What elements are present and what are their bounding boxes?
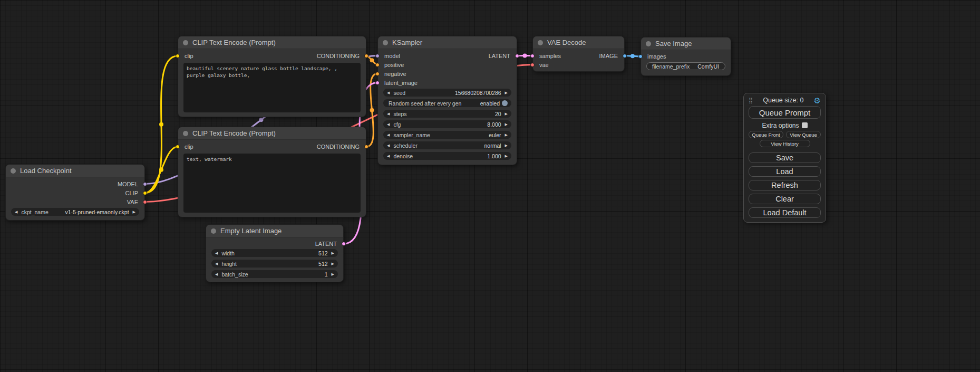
port-model-input[interactable] [375,54,380,58]
widget-value: 8.000 [487,121,501,128]
arrow-right-icon[interactable]: ▶ [505,144,508,147]
node-title-bar[interactable]: KSampler [378,36,517,49]
port-clip-input[interactable] [176,54,180,58]
port-samples-input[interactable] [530,54,535,58]
node-clip-text-encode-positive[interactable]: CLIP Text Encode (Prompt) clip CONDITION… [178,36,366,117]
node-ksampler[interactable]: KSampler model LATENT positive negative … [377,36,517,165]
arrow-left-icon[interactable]: ◀ [387,112,390,116]
arrow-left-icon[interactable]: ◀ [387,144,390,147]
arrow-right-icon[interactable]: ▶ [505,112,508,116]
node-clip-text-encode-negative[interactable]: CLIP Text Encode (Prompt) clip CONDITION… [178,127,366,217]
arrow-right-icon[interactable]: ▶ [505,122,508,126]
arrow-left-icon[interactable]: ◀ [387,154,390,158]
collapse-dot-icon[interactable] [211,228,216,234]
extra-options-checkbox[interactable] [802,122,808,128]
arrow-right-icon[interactable]: ▶ [505,91,508,94]
widget-width[interactable]: ◀ width 512 ▶ [211,249,338,257]
toggle-knob[interactable] [502,100,508,106]
widget-cfg[interactable]: ◀ cfg 8.000 ▶ [383,120,511,128]
load-default-button[interactable]: Load Default [749,207,821,218]
node-save-image[interactable]: Save Image images filename_prefix ComfyU… [641,37,731,76]
widget-sampler-name[interactable]: ◀ sampler_name euler ▶ [383,131,511,139]
port-images-input[interactable] [638,54,643,59]
widget-scheduler[interactable]: ◀ scheduler normal ▶ [383,141,511,149]
queue-buttons-row: Queue Front View Queue [749,131,821,138]
arrow-right-icon[interactable]: ▶ [505,133,508,137]
node-title: KSampler [392,39,422,46]
port-latent-output[interactable] [342,242,346,246]
node-title-bar[interactable]: CLIP Text Encode (Prompt) [178,36,366,49]
collapse-dot-icon[interactable] [538,40,543,45]
widget-filename-prefix[interactable]: filename_prefix ComfyUI [646,62,725,70]
port-conditioning-output[interactable] [364,54,368,58]
refresh-button[interactable]: Refresh [749,180,821,190]
port-model-output[interactable] [143,182,147,186]
arrow-right-icon[interactable]: ▶ [133,210,135,214]
port-latent-output[interactable] [515,54,519,58]
node-title-bar[interactable]: VAE Decode [533,36,624,49]
view-history-button[interactable]: View History [760,140,810,147]
widget-ckpt-name[interactable]: ◀ ckpt_name v1-5-pruned-emaonly.ckpt ▶ [11,208,139,216]
arrow-left-icon[interactable]: ◀ [387,133,390,137]
widget-label: width [221,250,235,256]
widget-steps[interactable]: ◀ steps 20 ▶ [383,110,511,118]
port-positive-input[interactable] [375,63,380,67]
node-title-bar[interactable]: CLIP Text Encode (Prompt) [178,127,366,140]
widget-label: batch_size [221,271,248,278]
arrow-left-icon[interactable]: ◀ [215,272,218,276]
port-label: LATENT [489,53,510,59]
load-button[interactable]: Load [749,166,821,177]
node-title: CLIP Text Encode (Prompt) [192,129,276,137]
widget-seed[interactable]: ◀ seed 156680208700286 ▶ [383,89,511,97]
widget-batch-size[interactable]: ◀ batch_size 1 ▶ [211,270,338,278]
arrow-right-icon[interactable]: ▶ [332,262,334,265]
collapse-dot-icon[interactable] [11,168,16,174]
node-title-bar[interactable]: Empty Latent Image [206,225,343,237]
widget-height[interactable]: ◀ height 512 ▶ [211,260,338,268]
clear-button[interactable]: Clear [749,194,821,204]
collapse-dot-icon[interactable] [646,41,651,46]
node-title-bar[interactable]: Load Checkpoint [6,165,144,177]
arrow-left-icon[interactable]: ◀ [15,210,17,214]
node-vae-decode[interactable]: VAE Decode samples IMAGE vae [532,36,625,72]
node-empty-latent-image[interactable]: Empty Latent Image LATENT ◀ width 512 ▶ … [206,224,344,282]
port-clip-output[interactable] [143,191,147,195]
view-queue-button[interactable]: View Queue [786,131,821,138]
wire-midpoint-dot [159,168,163,172]
arrow-right-icon[interactable]: ▶ [332,272,334,276]
collapse-dot-icon[interactable] [183,40,188,45]
collapse-dot-icon[interactable] [383,40,388,45]
prompt-text-input[interactable]: text, watermark [183,154,361,213]
output-row: LATENT [206,240,343,248]
drag-handle-icon[interactable]: ⣿ [749,97,753,104]
node-load-checkpoint[interactable]: Load Checkpoint MODEL CLIP VAE ◀ ckpt_na… [5,164,145,221]
settings-gear-icon[interactable]: ⚙ [814,97,821,104]
arrow-right-icon[interactable]: ▶ [332,251,334,255]
port-vae-input[interactable] [530,63,535,67]
port-latent-image-input[interactable] [375,81,380,85]
prompt-text-input[interactable]: beautiful scenery nature glass bottle la… [183,63,361,112]
queue-prompt-button[interactable]: Queue Prompt [749,106,821,119]
node-title-bar[interactable]: Save Image [641,37,731,50]
output-row: MODEL [6,179,144,188]
queue-front-button[interactable]: Queue Front [749,131,783,138]
arrow-left-icon[interactable]: ◀ [387,122,390,126]
node-graph-canvas[interactable]: Load Checkpoint MODEL CLIP VAE ◀ ckpt_na… [0,0,980,372]
widget-value: 512 [318,261,328,267]
wire-midpoint-dot [159,122,163,127]
save-button[interactable]: Save [749,152,821,163]
port-conditioning-output[interactable] [364,145,368,149]
arrow-left-icon[interactable]: ◀ [387,91,390,94]
arrow-left-icon[interactable]: ◀ [215,262,218,265]
port-vae-output[interactable] [143,200,147,204]
node-title: Load Checkpoint [20,167,72,175]
arrow-left-icon[interactable]: ◀ [215,251,218,255]
collapse-dot-icon[interactable] [183,131,188,136]
widget-denoise[interactable]: ◀ denoise 1.000 ▶ [383,152,511,160]
port-image-output[interactable] [623,54,627,58]
port-negative-input[interactable] [375,72,380,76]
widget-random-seed-toggle[interactable]: Random seed after every gen enabled [383,99,511,107]
output-row: CLIP [6,188,144,197]
port-clip-input[interactable] [176,145,180,149]
arrow-right-icon[interactable]: ▶ [505,154,508,158]
